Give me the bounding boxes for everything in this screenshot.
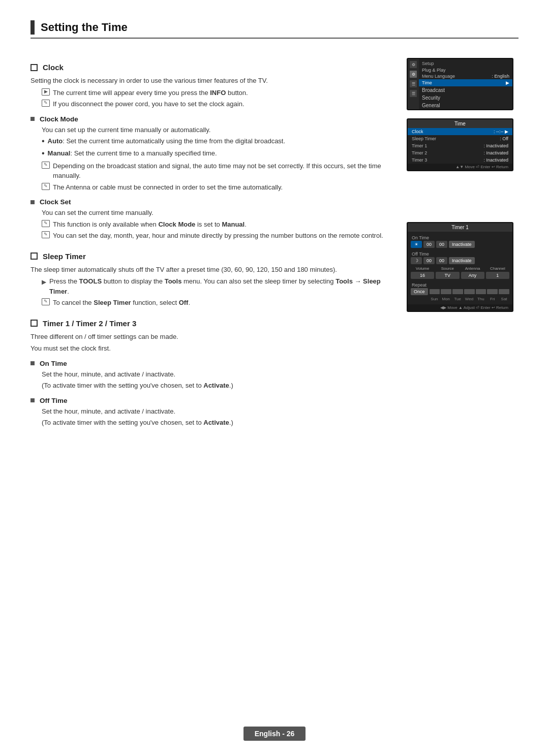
tv-broadcast: Broadcast xyxy=(419,86,512,94)
tv-general: General xyxy=(419,102,512,109)
time-screen-mockup: Time Clock : --:-- ▶ Sleep Timer : Off T… xyxy=(407,118,513,171)
timer-repeat-label: Repeat xyxy=(411,281,509,288)
tv-nav-icon-2: ⚙ xyxy=(410,71,417,78)
memo-icon-4: ✎ xyxy=(42,183,50,190)
clock-mode-bullets: • Auto: Set the current time automatical… xyxy=(42,136,391,159)
timer-source: TV xyxy=(436,272,459,279)
tv-menu-lang: Menu Language : English xyxy=(419,73,512,79)
off-time-section: Off Time Set the hour, minute, and activ… xyxy=(30,397,391,428)
timer-ontime-label: On Time xyxy=(411,234,509,241)
timer-offtime-fields: ☽ 00 00 Inactivate xyxy=(411,257,509,264)
time-screen-footer: ▲▼ Move ⏎ Enter ↩ Return xyxy=(408,164,512,170)
sleep-timer-text: The sleep timer automatically shuts off … xyxy=(30,265,391,275)
timer-offtime-hour: 00 xyxy=(423,257,435,264)
dot-bullet-2: • xyxy=(42,148,45,159)
on-time-section: On Time Set the hour, minute, and activa… xyxy=(30,360,391,391)
clock-intro: Setting the clock is necessary in order … xyxy=(30,76,391,86)
main-layout: Clock Setting the clock is necessary in … xyxy=(30,53,518,430)
timer1-footer: ◀▶ Move ▲ Adjust ⏎ Enter ↩ Return xyxy=(408,304,512,311)
timer1-body: On Time ☀ 00 00 Inactivate Off Time ☽ 00… xyxy=(408,232,512,304)
time-timer1-row: Timer 1 : Inactivated xyxy=(408,142,512,149)
tv-nav-icon-1: ⚙ xyxy=(410,61,417,68)
timer-checkbox-icon xyxy=(30,320,38,327)
timer-text1: Three different on / off timer settings … xyxy=(30,332,391,342)
time-timer3-row: Timer 3 : Inactivated xyxy=(408,156,512,164)
timer-ontime-btn: Inactivate xyxy=(449,241,475,248)
clock-note2: ✎ If you disconnect the power cord, you … xyxy=(42,99,391,109)
square-bullet-1 xyxy=(30,117,35,121)
timer-channel: 1 xyxy=(486,272,509,279)
clock-heading: Clock xyxy=(30,63,391,72)
timer1-header: Timer 1 xyxy=(408,223,512,232)
page-number: English - 26 xyxy=(243,727,306,741)
memo-icon-7: ✎ xyxy=(42,298,50,305)
sleep-timer-checkbox-icon xyxy=(30,253,38,260)
tv-menu-content: Setup Plug & Play Menu Language : Englis… xyxy=(419,59,512,109)
clock-set-note2: ✎ You can set the day, month, year, hour… xyxy=(42,231,391,241)
timer-offtime-icon: ☽ xyxy=(411,257,422,264)
page-title-bar: Setting the Time xyxy=(30,20,518,39)
time-clock-row: Clock : --:-- ▶ xyxy=(408,128,512,135)
timer-repeat-btn: Once xyxy=(411,288,428,295)
dot-bullet-1: • xyxy=(42,136,45,147)
sleep-timer-heading: Sleep Timer xyxy=(30,252,391,261)
memo-icon-5: ✎ xyxy=(42,220,50,227)
timer-offtime-btn: Inactivate xyxy=(449,257,475,264)
sleep-timer-note1: ▶ Press the TOOLS button to display the … xyxy=(42,276,391,296)
on-time-text2: (To activate timer with the setting you'… xyxy=(42,381,391,391)
timer-ontime-hour: 00 xyxy=(423,241,435,248)
tv-left-nav: ⚙ ⚙ ☰ ☰ xyxy=(408,59,419,109)
tv-security: Security xyxy=(419,94,512,102)
clock-mode-section: Clock Mode You can set up the current ti… xyxy=(30,115,391,193)
timer-days xyxy=(430,289,509,294)
timer-ontime-icon: ☀ xyxy=(411,241,422,248)
left-column: Clock Setting the clock is necessary in … xyxy=(30,53,391,430)
page-title: Setting the Time xyxy=(41,21,128,34)
timer-day-sun xyxy=(430,289,440,294)
timer-repeat-row: Once xyxy=(411,288,509,295)
timer-day-thu xyxy=(476,289,486,294)
timer-day-fri xyxy=(487,289,498,294)
tv-section-label: Setup xyxy=(419,59,512,67)
tv-time-row: Time ▶ xyxy=(419,79,512,86)
timer-volume: 16 xyxy=(411,272,434,279)
tv-sidebar: ⚙ ⚙ ☰ ☰ Setup Plug & Play Menu Language xyxy=(408,59,512,109)
clock-note1: ▶ The current time will appear every tim… xyxy=(42,88,391,98)
timer-day-tue xyxy=(452,289,463,294)
on-time-text1: Set the hour, minute, and activate / ina… xyxy=(42,369,391,380)
timer-offtime-label: Off Time xyxy=(411,250,509,257)
time-screen-label: Time xyxy=(408,119,512,128)
off-time-heading: Off Time xyxy=(30,397,391,404)
timer-day-sat xyxy=(499,289,509,294)
square-bullet-2 xyxy=(30,200,35,204)
memo-icon-6: ✎ xyxy=(42,231,50,238)
clock-mode-note2: ✎ The Antenna or cable must be connected… xyxy=(42,182,391,193)
tv-nav-icon-4: ☰ xyxy=(410,90,417,97)
title-accent xyxy=(30,20,35,35)
time-sleep-row: Sleep Timer : Off xyxy=(408,135,512,142)
on-time-heading: On Time xyxy=(30,360,391,367)
timer-day-labels: Sun Mon Tue Wed Thu Fri Sat xyxy=(429,297,509,301)
clock-set-section: Clock Set You can set the current time m… xyxy=(30,198,391,241)
clock-set-note1: ✎ This function is only available when C… xyxy=(42,219,391,230)
off-time-text1: Set the hour, minute, and activate / ina… xyxy=(42,406,391,417)
off-time-text2: (To activate timer with the setting you'… xyxy=(42,418,391,428)
clock-mode-heading: Clock Mode xyxy=(30,115,391,123)
timer-ontime-fields: ☀ 00 00 Inactivate xyxy=(411,241,509,248)
clock-set-heading: Clock Set xyxy=(30,198,391,206)
memo-icon-2: ✎ xyxy=(42,100,50,107)
square-bullet-4 xyxy=(30,398,35,402)
timer-col-values: 16 TV Any 1 xyxy=(411,272,509,279)
page-container: Setting the Time Clock Setting the clock… xyxy=(0,0,549,756)
timer-day-mon xyxy=(441,289,451,294)
timer-col-headers: Volume Source Antenna Channel xyxy=(411,266,509,271)
clock-set-text: You can set the current time manually. xyxy=(42,208,391,218)
square-bullet-3 xyxy=(30,361,35,365)
tv-plug-play: Plug & Play xyxy=(419,67,512,73)
tv-nav-icon-3: ☰ xyxy=(410,80,417,87)
clock-mode-manual: • Manual: Set the current time to a manu… xyxy=(42,148,391,159)
clock-checkbox-icon xyxy=(30,64,38,71)
clock-mode-text: You can set up the current time manually… xyxy=(42,125,391,135)
timer1-screen-mockup: Timer 1 On Time ☀ 00 00 Inactivate Off T… xyxy=(407,222,513,312)
page-footer: English - 26 xyxy=(0,727,549,741)
